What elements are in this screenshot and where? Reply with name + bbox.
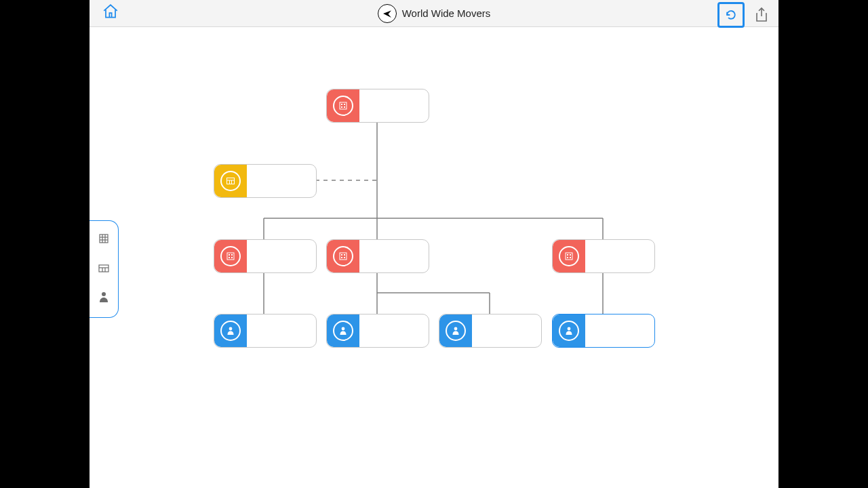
- svg-rect-45: [570, 257, 571, 258]
- node-icon-badge: [214, 314, 247, 347]
- node-root[interactable]: [326, 89, 429, 123]
- node-icon-badge: [214, 240, 247, 272]
- svg-rect-38: [344, 254, 345, 256]
- building-icon: [333, 246, 353, 266]
- building-icon: [333, 96, 353, 116]
- svg-rect-37: [341, 254, 342, 256]
- svg-rect-25: [341, 106, 342, 108]
- svg-rect-27: [227, 178, 235, 184]
- svg-rect-43: [570, 254, 571, 256]
- svg-rect-33: [231, 254, 233, 256]
- toolbar-right: [717, 2, 772, 28]
- share-button[interactable]: [751, 5, 772, 25]
- title-area: World Wide Movers: [90, 0, 778, 26]
- svg-point-48: [454, 327, 458, 331]
- toolbar: World Wide Movers: [90, 0, 778, 27]
- refresh-button[interactable]: [717, 2, 745, 28]
- svg-rect-36: [340, 253, 347, 260]
- node-person-2[interactable]: [326, 314, 429, 348]
- person-icon: [446, 321, 466, 341]
- svg-rect-42: [567, 254, 568, 256]
- svg-rect-39: [341, 257, 342, 258]
- person-icon: [220, 321, 241, 341]
- building-icon: [559, 246, 579, 266]
- svg-rect-31: [227, 253, 234, 260]
- node-assistant[interactable]: [214, 164, 317, 198]
- app-window: World Wide Movers: [90, 0, 778, 488]
- svg-rect-40: [344, 257, 345, 258]
- svg-rect-24: [344, 104, 345, 105]
- svg-point-46: [229, 327, 233, 331]
- person-icon: [559, 321, 579, 341]
- page-title: World Wide Movers: [402, 7, 491, 19]
- node-dept-b[interactable]: [326, 239, 429, 273]
- node-person-3[interactable]: [439, 314, 542, 348]
- node-icon-badge: [439, 314, 472, 347]
- site-icon: [220, 171, 241, 191]
- building-icon: [220, 246, 241, 266]
- node-dept-c[interactable]: [552, 239, 655, 273]
- connector-lines: [90, 27, 778, 488]
- node-icon-badge: [214, 165, 247, 197]
- node-icon-badge: [327, 314, 359, 347]
- svg-rect-41: [566, 253, 572, 260]
- node-person-4[interactable]: [552, 314, 655, 348]
- svg-rect-32: [229, 254, 230, 256]
- person-icon: [333, 321, 353, 341]
- svg-rect-44: [567, 257, 568, 258]
- svg-rect-23: [341, 104, 342, 105]
- svg-rect-34: [229, 257, 230, 258]
- node-icon-badge: [327, 89, 359, 122]
- diagram-canvas[interactable]: [90, 27, 778, 488]
- node-icon-badge: [553, 240, 585, 272]
- svg-rect-35: [231, 257, 233, 258]
- svg-point-49: [568, 327, 571, 331]
- node-icon-badge: [327, 240, 359, 272]
- node-icon-badge: [553, 314, 585, 347]
- svg-point-47: [342, 327, 345, 331]
- node-person-1[interactable]: [214, 314, 317, 348]
- svg-rect-26: [344, 106, 345, 108]
- node-dept-a[interactable]: [214, 239, 317, 273]
- app-logo-icon: [378, 4, 397, 23]
- svg-rect-22: [340, 102, 347, 109]
